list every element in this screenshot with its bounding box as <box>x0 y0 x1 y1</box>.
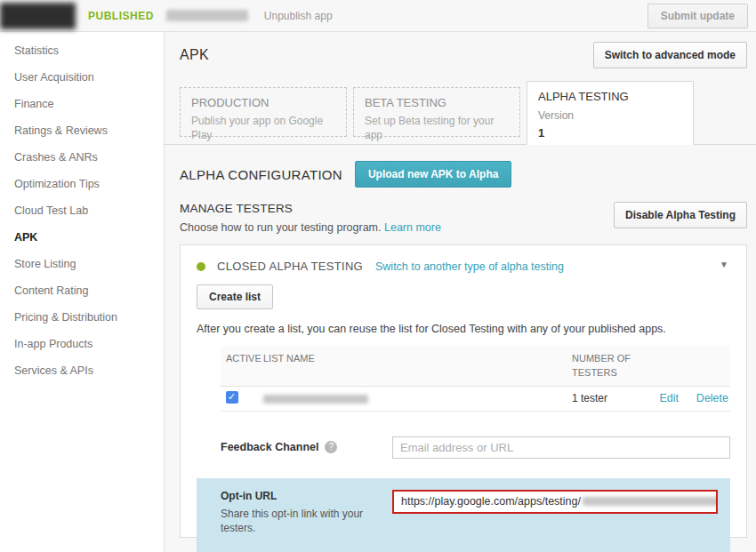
alpha-configuration-title: ALPHA CONFIGURATION <box>180 167 342 182</box>
optin-url-text: https://play.google.com/apps/testing/ <box>401 495 581 508</box>
sidebar-item-crashes-anrs[interactable]: Crashes & ANRs <box>0 144 164 171</box>
closed-alpha-title: CLOSED ALPHA TESTING <box>217 260 363 273</box>
app-name-redacted <box>166 10 248 21</box>
feedback-channel-label: Feedback Channel <box>221 441 318 453</box>
sidebar-item-ratings-reviews[interactable]: Ratings & Reviews <box>0 117 164 144</box>
testers-count: 1 tester <box>572 392 636 404</box>
submit-update-button[interactable]: Submit update <box>647 4 748 28</box>
sidebar-item-finance[interactable]: Finance <box>0 91 164 117</box>
tab-beta-testing[interactable]: BETA TESTING Set up Beta testing for you… <box>353 87 520 137</box>
optin-url-desc: Share this opt-in link with your testers… <box>221 507 381 535</box>
sidebar-item-content-rating[interactable]: Content Rating <box>0 277 164 304</box>
manage-testers-desc: Choose how to run your testing program. … <box>180 221 441 234</box>
published-badge: PUBLISHED <box>88 10 154 22</box>
manage-testers-desc-text: Choose how to run your testing program. <box>180 221 382 234</box>
sidebar-item-pricing-distribution[interactable]: Pricing & Distribution <box>0 304 164 331</box>
page-title: APK <box>180 47 209 63</box>
sidebar-item-statistics[interactable]: Statistics <box>0 37 164 64</box>
tab-alpha-version-label: Version <box>538 109 682 124</box>
disable-alpha-testing-button[interactable]: Disable Alpha Testing <box>614 202 747 228</box>
tab-alpha-testing[interactable]: ALPHA TESTING Version 1 <box>527 81 694 145</box>
status-dot-icon <box>197 262 205 271</box>
switch-alpha-type-link[interactable]: Switch to another type of alpha testing <box>375 260 564 273</box>
header-active: ACTIVE <box>221 352 263 366</box>
list-name-redacted <box>263 395 368 404</box>
help-icon[interactable]: ? <box>325 441 337 453</box>
create-list-button[interactable]: Create list <box>197 284 273 309</box>
optin-section: Opt-in URL Share this opt-in link with y… <box>197 478 730 552</box>
switch-advanced-mode-button[interactable]: Switch to advanced mode <box>593 42 747 68</box>
optin-url-redacted <box>583 497 718 506</box>
delete-link[interactable]: Delete <box>696 392 728 404</box>
app-icon-redacted <box>0 3 76 29</box>
unpublish-app-link[interactable]: Unpublish app <box>264 10 333 22</box>
optin-url-input[interactable]: https://play.google.com/apps/testing/ <box>392 490 718 514</box>
sidebar-item-cloud-test-lab[interactable]: Cloud Test Lab <box>0 197 164 224</box>
top-bar: PUBLISHED Unpublish app Submit update <box>0 0 756 32</box>
tab-beta-label: BETA TESTING <box>365 96 509 109</box>
closed-alpha-card: CLOSED ALPHA TESTING Switch to another t… <box>180 244 747 538</box>
sidebar-item-store-listing[interactable]: Store Listing <box>0 251 164 277</box>
sidebar: Statistics User Acquisition Finance Rati… <box>0 32 165 552</box>
upload-apk-alpha-button[interactable]: Upload new APK to Alpha <box>355 161 511 188</box>
tab-production-label: PRODUCTION <box>191 96 335 109</box>
sidebar-item-in-app-products[interactable]: In-app Products <box>0 331 164 357</box>
table-row: 1 tester Edit Delete <box>221 387 730 412</box>
sidebar-item-services-apis[interactable]: Services & APIs <box>0 357 164 384</box>
header-number-of-testers: NUMBER OF TESTERS <box>572 352 636 380</box>
tab-alpha-label: ALPHA TESTING <box>538 90 682 103</box>
manage-testers-title: MANAGE TESTERS <box>180 202 441 215</box>
apk-track-tabs: PRODUCTION Publish your app on Google Pl… <box>165 81 756 145</box>
edit-link[interactable]: Edit <box>659 392 679 404</box>
tab-production-desc: Publish your app on Google Play <box>191 115 335 142</box>
sidebar-item-user-acquisition[interactable]: User Acquisition <box>0 64 164 91</box>
sidebar-item-optimization-tips[interactable]: Optimization Tips <box>0 171 164 197</box>
tab-beta-desc: Set up Beta testing for your app <box>365 115 509 142</box>
main-content: APK Switch to advanced mode PRODUCTION P… <box>165 32 756 552</box>
header-list-name: LIST NAME <box>263 352 572 366</box>
learn-more-link[interactable]: Learn more <box>384 221 441 234</box>
testers-table: ACTIVE LIST NAME NUMBER OF TESTERS 1 tes… <box>221 346 730 412</box>
chevron-down-icon[interactable]: ▼ <box>720 260 728 269</box>
optin-url-label: Opt-in URL <box>221 490 381 502</box>
sidebar-item-apk[interactable]: APK <box>0 224 164 251</box>
feedback-channel-input[interactable] <box>392 436 730 459</box>
tab-alpha-version-value: 1 <box>538 126 682 140</box>
reuse-note: After you create a list, you can reuse t… <box>197 323 730 335</box>
active-checkbox[interactable] <box>226 391 238 404</box>
tab-production[interactable]: PRODUCTION Publish your app on Google Pl… <box>180 87 347 137</box>
